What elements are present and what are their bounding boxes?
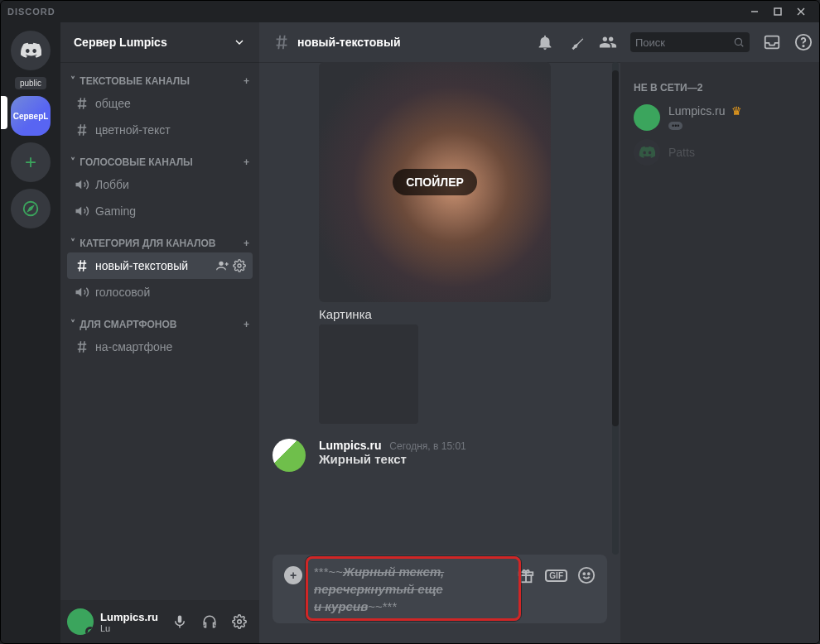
speaker-icon (74, 285, 90, 300)
hash-icon (273, 33, 291, 51)
svg-point-16 (803, 46, 803, 46)
home-button[interactable] (11, 31, 51, 70)
svg-marker-5 (28, 206, 33, 211)
add-channel-button[interactable]: + (244, 319, 249, 330)
message-text: Жирный текст (319, 452, 466, 466)
channel-title: новый-текстовый (297, 36, 529, 49)
user-name: Lumpics.ru (100, 611, 160, 623)
channel-label: на-смартфоне (95, 340, 246, 353)
svg-line-13 (740, 44, 743, 46)
deafen-button[interactable] (196, 608, 223, 635)
spoiler-attachment[interactable]: СПОЙЛЕР (319, 62, 551, 302)
text-channel[interactable]: новый-текстовый (67, 252, 253, 279)
inbox-icon[interactable] (763, 33, 781, 51)
emoji-icon[interactable] (577, 566, 596, 584)
add-channel-button[interactable]: + (244, 156, 249, 168)
channel-label: Лобби (95, 178, 246, 191)
window-minimize-button[interactable] (743, 2, 766, 21)
gift-icon[interactable] (517, 566, 535, 584)
message-timestamp: Сегодня, в 15:01 (389, 440, 465, 452)
channel-category[interactable]: ˅ ДЛЯ СМАРТФОНОВ+ (67, 305, 253, 334)
server-name: Сервер Lumpics (74, 36, 167, 49)
add-channel-button[interactable]: + (244, 75, 249, 87)
members-panel: НЕ В СЕТИ—2 Lumpics.ru ♛ ••• (620, 62, 819, 643)
search-input[interactable]: Поиск (630, 32, 750, 52)
window-maximize-button[interactable] (766, 2, 789, 21)
speaker-icon (74, 177, 90, 192)
svg-point-6 (219, 262, 223, 266)
guild-badge: public (15, 77, 46, 89)
chat-header: новый-текстовый Поиск (259, 22, 819, 62)
channel-label: Gaming (95, 204, 246, 218)
svg-point-11 (238, 620, 242, 624)
chevron-down-icon (233, 36, 246, 49)
mute-button[interactable] (166, 608, 193, 635)
user-status: Lu (100, 623, 160, 633)
channel-label: новый-текстовый (95, 259, 211, 272)
hash-icon (74, 123, 90, 137)
message-avatar[interactable] (273, 439, 306, 472)
user-panel: Lumpics.ru Lu (60, 600, 259, 643)
svg-point-12 (735, 38, 741, 45)
attachment-thumbnail[interactable] (319, 324, 418, 424)
text-channel[interactable]: на-смартфоне (67, 334, 253, 360)
channel-category[interactable]: ˅ ТЕКСТОВЫЕ КАНАЛЫ+ (67, 62, 253, 90)
member-avatar (634, 139, 660, 166)
help-icon[interactable] (794, 33, 813, 51)
add-server-button[interactable]: + (11, 142, 51, 182)
spoiler-label: СПОЙЛЕР (393, 169, 477, 195)
channel-label: цветной-текст (95, 123, 246, 137)
message-list: СПОЙЛЕР Картинка Lumpics.ru Сегодня, в 1… (259, 62, 620, 555)
svg-point-20 (579, 568, 594, 583)
member-avatar (634, 104, 660, 131)
channel-category[interactable]: ˅ КАТЕГОРИЯ ДЛЯ КАНАЛОВ+ (67, 224, 253, 252)
channel-category[interactable]: ˅ ГОЛОСОВЫЕ КАНАЛЫ+ (67, 143, 253, 171)
explore-servers-button[interactable] (11, 189, 51, 228)
channel-label: общее (95, 97, 246, 110)
members-toggle-icon[interactable] (599, 33, 617, 51)
member-item[interactable]: Patts (627, 135, 813, 170)
svg-rect-1 (774, 8, 781, 15)
server-header[interactable]: Сервер Lumpics (60, 22, 259, 62)
member-name: Patts (668, 146, 695, 159)
message-input-text[interactable]: ***~~Жирный текст, перечеркнутый еще и к… (314, 563, 505, 615)
search-icon (733, 36, 745, 48)
guild-server[interactable]: СерверL (11, 96, 51, 136)
user-avatar[interactable] (67, 608, 94, 635)
member-item[interactable]: Lumpics.ru ♛ ••• (627, 100, 813, 135)
hash-icon (74, 339, 90, 354)
svg-point-9 (238, 264, 241, 267)
attach-button[interactable]: + (284, 566, 302, 584)
channel-label: голосовой (95, 286, 246, 299)
channel-settings-icon[interactable] (233, 259, 246, 272)
window-close-button[interactable] (789, 2, 813, 21)
guild-selected-pill (1, 96, 7, 129)
text-channel[interactable]: цветной-текст (67, 117, 253, 143)
owner-crown-icon: ♛ (731, 104, 742, 118)
pinned-icon[interactable] (567, 33, 586, 51)
svg-point-21 (583, 573, 585, 574)
gif-button[interactable]: GIF (545, 570, 567, 582)
messages-scrollbar[interactable] (612, 62, 619, 555)
member-name: Lumpics.ru (668, 104, 725, 118)
settings-button[interactable] (226, 608, 253, 635)
message-author[interactable]: Lumpics.ru (319, 439, 381, 452)
notifications-icon[interactable] (536, 33, 554, 51)
voice-channel[interactable]: голосовой (67, 279, 253, 305)
message: Lumpics.ru Сегодня, в 15:01 Жирный текст (273, 424, 607, 472)
text-channel[interactable]: общее (67, 90, 253, 117)
voice-channel[interactable]: Лобби (67, 171, 253, 198)
invite-icon[interactable] (216, 259, 229, 272)
add-channel-button[interactable]: + (244, 238, 249, 249)
hash-icon (74, 258, 90, 273)
svg-point-22 (588, 573, 590, 574)
member-status: ••• (668, 122, 683, 130)
attachment-caption: Картинка (319, 305, 607, 323)
voice-channel[interactable]: Gaming (67, 198, 253, 224)
members-heading: НЕ В СЕТИ—2 (627, 75, 813, 100)
titlebar: DISCORD (1, 1, 819, 22)
channel-sidebar: Сервер Lumpics ˅ ТЕКСТОВЫЕ КАНАЛЫ+общеец… (60, 22, 259, 643)
app-name: DISCORD (7, 7, 55, 17)
message-input[interactable]: + ***~~Жирный текст, перечеркнутый еще и… (273, 555, 607, 623)
speaker-icon (74, 204, 90, 219)
